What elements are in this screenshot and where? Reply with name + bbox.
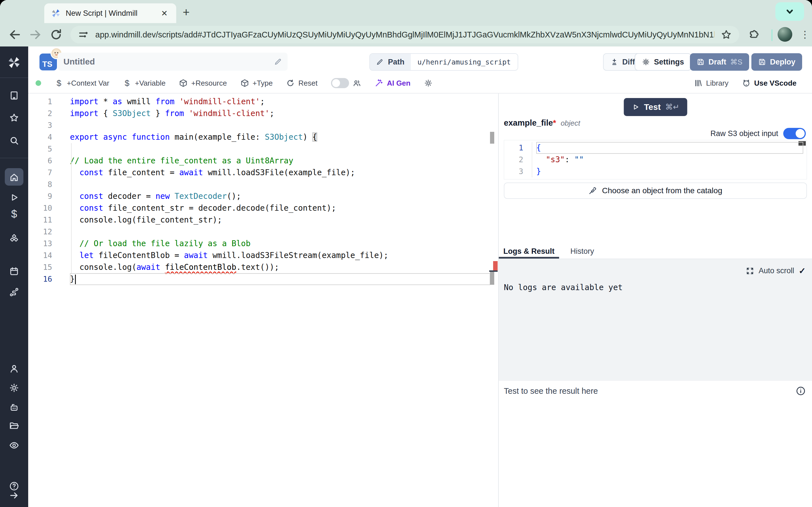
code-token: const <box>80 191 103 201</box>
line-content[interactable]: let fileContentBlob = await wmill.loadS3… <box>70 249 490 262</box>
code-token: ; <box>260 97 265 106</box>
sidebar-expand-icon[interactable] <box>9 490 19 501</box>
code-line[interactable]: 9 const decoder = new TextDecoder(); <box>28 190 498 202</box>
line-content[interactable]: import { S3Object } from 'windmill-clien… <box>70 108 490 119</box>
sidebar-item-users[interactable] <box>9 363 19 374</box>
address-bar[interactable]: app.windmill.dev/scripts/add#JTdCJTIyaGF… <box>70 26 739 43</box>
use-vscode-button[interactable]: Use VScode <box>742 79 797 88</box>
sidebar-item-resources[interactable] <box>9 233 19 243</box>
browser-menu-icon[interactable]: ⋮ <box>800 27 810 42</box>
add-context-var-button[interactable]: $+Context Var <box>55 79 109 88</box>
multiplayer-toggle[interactable] <box>331 78 349 88</box>
line-content[interactable]: } <box>536 166 803 177</box>
sidebar-item-variables[interactable]: $ <box>11 209 17 219</box>
code-line[interactable]: 15 console.log(await fileContentBlob.tex… <box>28 262 498 273</box>
bookmark-star-icon[interactable] <box>721 29 732 40</box>
scrollbar-slider[interactable] <box>490 132 494 144</box>
info-icon[interactable] <box>796 386 806 396</box>
path-field[interactable]: Path u/henri/amusing_script <box>369 53 518 71</box>
back-icon[interactable] <box>8 28 21 41</box>
code-line[interactable]: 14 let fileContentBlob = await wmill.loa… <box>28 249 498 262</box>
add-variable-button[interactable]: $+Variable <box>123 79 166 88</box>
line-content[interactable]: } <box>70 273 490 285</box>
line-content[interactable]: console.log(await fileContentBlob.text()… <box>70 262 490 273</box>
editor-settings-gear-icon[interactable] <box>424 79 433 87</box>
line-content[interactable]: const file_content_str = decoder.decode(… <box>70 202 490 214</box>
line-content[interactable] <box>70 143 490 155</box>
line-content[interactable] <box>70 226 490 238</box>
gear-icon <box>642 58 650 66</box>
code-line[interactable]: 7 const file_content = await wmill.loadS… <box>28 167 498 179</box>
sidebar-item-runs[interactable] <box>9 192 19 203</box>
add-resource-button[interactable]: +Resource <box>179 79 227 88</box>
code-line[interactable]: 2 "s3": "" <box>504 154 807 166</box>
code-line[interactable]: 5 <box>28 143 498 155</box>
tab-history[interactable]: History <box>559 244 605 259</box>
code-line[interactable]: 4export async function main(example_file… <box>28 131 498 143</box>
ai-gen-button[interactable]: AI Gen <box>375 79 410 88</box>
line-content[interactable]: "s3": "" <box>536 154 803 166</box>
line-content[interactable]: console.log(file_content_str); <box>70 214 490 226</box>
code-line[interactable]: 11 console.log(file_content_str); <box>28 214 498 226</box>
raw-s3-toggle[interactable] <box>783 128 806 139</box>
sidebar-item-settings[interactable] <box>9 383 19 393</box>
extensions-puzzle-icon[interactable] <box>748 28 761 41</box>
code-line[interactable]: 1{ <box>504 142 807 154</box>
tab-search-button[interactable] <box>775 2 804 21</box>
choose-object-button[interactable]: Choose an object from the catalog <box>504 182 807 199</box>
script-name-input[interactable]: Untitled <box>58 53 288 71</box>
sidebar-item-home[interactable] <box>9 172 19 182</box>
sidebar-item-audit-logs[interactable] <box>9 440 19 450</box>
line-content[interactable]: // Or load the file lazily as a Blob <box>70 238 490 249</box>
line-content[interactable]: import * as wmill from 'windmill-client'… <box>70 96 490 108</box>
code-line[interactable]: 10 const file_content_str = decoder.deco… <box>28 202 498 214</box>
line-content[interactable] <box>70 119 490 131</box>
deploy-button[interactable]: Deploy <box>751 53 802 71</box>
sidebar-item-help[interactable] <box>9 481 19 491</box>
line-content[interactable]: const file_content = await wmill.loadS3F… <box>70 167 490 179</box>
code-line[interactable]: 6// Load the entire file_content as a Ui… <box>28 155 498 167</box>
line-content[interactable] <box>70 179 490 190</box>
sidebar-item-workers[interactable] <box>9 402 19 412</box>
code-line[interactable]: 16} <box>28 273 498 285</box>
site-info-icon[interactable] <box>78 29 89 40</box>
code-lines[interactable]: 1import * as wmill from 'windmill-client… <box>28 94 498 507</box>
line-content[interactable]: const decoder = new TextDecoder(); <box>70 190 490 202</box>
test-button[interactable]: Test ⌘↵ <box>624 98 687 116</box>
scrollbar-slider[interactable] <box>490 272 494 285</box>
settings-button[interactable]: Settings <box>635 53 691 71</box>
draft-button[interactable]: Draft ⌘S <box>690 53 749 71</box>
sidebar-item-flows[interactable] <box>9 287 19 297</box>
sidebar-item-folders[interactable] <box>9 421 19 431</box>
edit-name-pencil-icon[interactable] <box>274 58 282 66</box>
line-content[interactable]: { <box>536 142 803 154</box>
auto-scroll-control[interactable]: Auto scroll ✓ <box>746 266 806 276</box>
code-line[interactable]: 8 <box>28 179 498 190</box>
add-type-button[interactable]: +Type <box>241 79 273 88</box>
library-button[interactable]: Library <box>694 79 728 88</box>
line-content[interactable]: // Load the entire file_content as a Uin… <box>70 155 490 167</box>
browser-tab[interactable]: New Script | Windmill ✕ <box>44 3 176 23</box>
windmill-logo-icon[interactable] <box>7 56 21 69</box>
code-line[interactable]: 13 // Or load the file lazily as a Blob <box>28 238 498 249</box>
sidebar-item-schedules[interactable] <box>9 266 19 276</box>
code-line[interactable]: 1import * as wmill from 'windmill-client… <box>28 96 498 108</box>
tab-close-icon[interactable]: ✕ <box>159 9 169 18</box>
sidebar-item-favorites[interactable] <box>9 113 19 123</box>
expand-icon[interactable] <box>746 267 754 275</box>
code-line[interactable]: 3 <box>28 119 498 131</box>
sidebar-item-workspace[interactable] <box>9 91 19 101</box>
code-line[interactable]: 3} <box>504 166 807 177</box>
code-line[interactable]: 2import { S3Object } from 'windmill-clie… <box>28 108 498 119</box>
line-content[interactable]: export async function main(example_file:… <box>70 131 490 143</box>
browser-profile-avatar[interactable] <box>777 27 792 42</box>
code-editor[interactable]: 1import * as wmill from 'windmill-client… <box>28 94 498 507</box>
code-line[interactable]: 12 <box>28 226 498 238</box>
reset-button[interactable]: Reset <box>286 79 317 88</box>
tab-logs-result[interactable]: Logs & Result <box>499 244 559 259</box>
json-arg-editor[interactable]: 1{2 "s3": ""3} <box>504 140 807 179</box>
sidebar-item-search[interactable] <box>9 135 19 146</box>
forward-icon[interactable] <box>29 28 42 41</box>
new-tab-button[interactable]: + <box>183 6 190 18</box>
reload-icon[interactable] <box>50 28 63 41</box>
